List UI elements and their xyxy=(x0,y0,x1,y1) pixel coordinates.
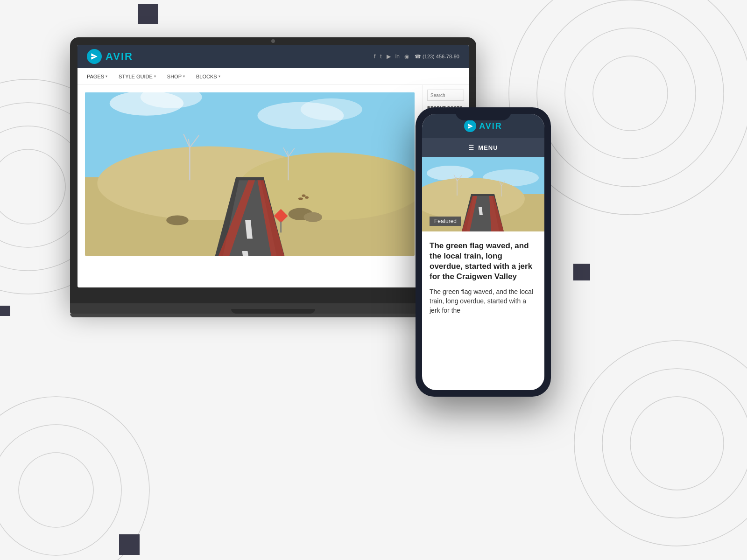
svg-point-40 xyxy=(166,215,189,225)
phone-screen: AVIR ☰ MENU xyxy=(422,114,544,390)
phone-logo-part2: R xyxy=(495,121,502,131)
svg-point-10 xyxy=(574,341,747,546)
phone-logo-text: AVIR xyxy=(479,121,502,131)
search-input[interactable] xyxy=(427,90,464,101)
logo-icon xyxy=(87,49,102,64)
header-phone: ☎ (123) 456-78-90 xyxy=(415,54,459,60)
nav-shop[interactable]: SHOP ▾ xyxy=(167,74,185,79)
bg-square-3 xyxy=(0,306,10,316)
phone-logo-part1: AVI xyxy=(479,121,495,131)
hero-image xyxy=(85,92,415,256)
nav-pages-arrow: ▾ xyxy=(106,74,107,78)
youtube-icon[interactable]: ▶ xyxy=(387,53,391,60)
svg-point-0 xyxy=(0,149,65,224)
phone-article: The green flag waved, and the local trai… xyxy=(422,231,544,321)
phone-article-title: The green flag waved, and the local trai… xyxy=(430,241,537,282)
nav-shop-arrow: ▾ xyxy=(183,74,185,78)
laptop-camera xyxy=(271,39,275,43)
twitter-icon[interactable]: t xyxy=(380,53,381,60)
nav-shop-label: SHOP xyxy=(167,74,182,79)
svg-point-42 xyxy=(305,196,309,199)
instagram-icon[interactable]: ◉ xyxy=(404,53,409,60)
phone-device: AVIR ☰ MENU xyxy=(416,107,551,397)
featured-badge: Featured xyxy=(430,217,461,226)
site-logo: AVIR xyxy=(87,49,133,64)
svg-point-41 xyxy=(298,197,303,200)
phone-logo-icon xyxy=(464,120,476,132)
nav-blocks-arrow: ▾ xyxy=(218,74,220,78)
nav-blocks[interactable]: BLOCKS ▾ xyxy=(196,74,220,79)
svg-point-4 xyxy=(593,56,668,131)
svg-point-8 xyxy=(630,397,724,490)
nav-pages-label: PAGES xyxy=(87,74,104,79)
nav-style-arrow: ▾ xyxy=(154,74,156,78)
logo-text: AVIR xyxy=(106,50,133,63)
svg-point-39 xyxy=(303,212,322,222)
phone-notch xyxy=(455,107,511,120)
bg-square-4 xyxy=(119,534,140,555)
facebook-icon[interactable]: f xyxy=(374,53,375,60)
hamburger-icon: ☰ xyxy=(468,144,474,151)
svg-point-11 xyxy=(19,453,93,527)
linkedin-icon[interactable]: in xyxy=(395,53,400,60)
nav-blocks-label: BLOCKS xyxy=(196,74,217,79)
bg-square-1 xyxy=(138,4,158,24)
svg-point-6 xyxy=(537,0,724,187)
logo-text-part1: AVI xyxy=(106,50,125,62)
nav-style-guide-label: STYLE GUIDE xyxy=(119,74,153,79)
site-nav: PAGES ▾ STYLE GUIDE ▾ SHOP ▾ BLOCKS xyxy=(78,68,469,85)
social-icons: f t ▶ in ◉ xyxy=(374,53,409,60)
nav-pages[interactable]: PAGES ▾ xyxy=(87,74,107,79)
phone-article-excerpt: The green flag waved, and the local trai… xyxy=(430,287,537,315)
svg-point-43 xyxy=(302,195,306,197)
phone-menu-bar[interactable]: ☰ MENU xyxy=(422,138,544,157)
phone-hero-image: Featured xyxy=(422,157,544,231)
main-content xyxy=(78,85,422,287)
nav-style-guide[interactable]: STYLE GUIDE ▾ xyxy=(119,74,156,79)
site-header: AVIR f t ▶ in ◉ ☎ (123) 456-78-90 xyxy=(78,45,469,68)
svg-point-9 xyxy=(602,369,747,518)
site-content: RECENT POSTS The green flag waved, long … xyxy=(78,85,469,287)
bg-square-2 xyxy=(573,264,590,280)
menu-label: MENU xyxy=(478,144,498,151)
laptop-screen: AVIR f t ▶ in ◉ ☎ (123) 456-78-90 xyxy=(78,45,469,287)
header-right: f t ▶ in ◉ ☎ (123) 456-78-90 xyxy=(374,53,459,60)
svg-point-12 xyxy=(0,425,121,555)
phone-frame: AVIR ☰ MENU xyxy=(416,107,551,397)
logo-text-part2: R xyxy=(125,50,133,62)
svg-point-5 xyxy=(565,28,696,159)
svg-point-18 xyxy=(301,98,362,121)
